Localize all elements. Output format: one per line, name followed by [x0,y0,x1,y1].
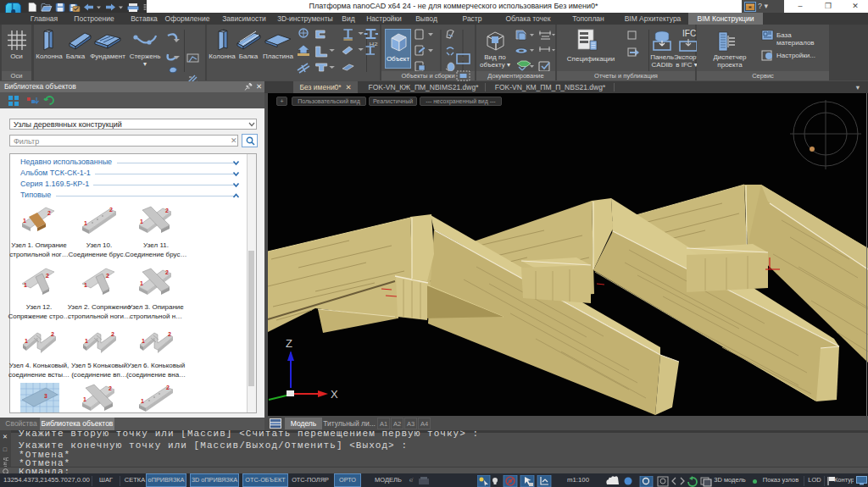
svg-text:X: X [331,388,338,401]
svg-text:3: 3 [44,393,47,399]
svg-text:1: 1 [23,218,26,224]
svg-text:H2: H2 [370,42,378,47]
svg-text:2: 2 [47,210,51,216]
svg-text:Z: Z [286,337,292,350]
